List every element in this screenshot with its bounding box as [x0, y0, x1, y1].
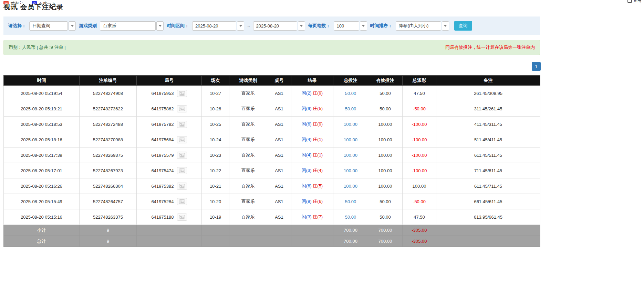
search-button[interactable]: 查询	[454, 21, 472, 31]
cell-table-id: AS1	[267, 209, 291, 225]
table-header-row: 时间注单编号局号场次游戏类别桌号结果总投注有效投注总派彩备注	[4, 76, 540, 86]
cell-session: 10-23	[202, 148, 229, 163]
game-type-combobox	[100, 21, 164, 31]
cell-game-type: 百家乐	[229, 178, 267, 194]
page-size-input[interactable]	[334, 21, 359, 31]
query-type-dropdown-button[interactable]	[69, 21, 76, 31]
cell-table-id: AS1	[267, 117, 291, 132]
cell-bet-id: 522748273622	[80, 101, 137, 117]
result-player: 闲(4)	[302, 137, 312, 142]
cell-total-bet: 100.00	[333, 163, 368, 178]
cell-session: 10-21	[202, 178, 229, 194]
cell-total-bet: 100.00	[333, 178, 368, 194]
replay-icon[interactable]	[177, 183, 187, 190]
cell-result: 闲(3) 庄(7)	[291, 209, 333, 225]
result-player: 闲(4)	[302, 152, 312, 157]
total-bet-link[interactable]: 100.00	[344, 184, 357, 189]
cell-remark: 411.45/311.45	[436, 117, 540, 132]
page-title: 视讯 会员下注纪录	[3, 4, 641, 12]
cell-time: 2025-08-20 05:19:54	[4, 86, 80, 101]
date-to-dropdown-button[interactable]	[298, 21, 305, 31]
summary-notice-text: 同局有效投注，统一计算在该局第一张注单内	[445, 44, 535, 51]
query-type-input[interactable]	[29, 21, 68, 31]
column-header: 总投注	[333, 76, 368, 86]
table-row: 2025-08-20 05:19:54522748274908641975953…	[4, 86, 540, 101]
cell-payout: -50.00	[403, 194, 436, 209]
replay-icon[interactable]	[177, 214, 187, 221]
bookmark-label: 百度一下	[39, 1, 55, 4]
table-row: 2025-08-20 05:17:39522748269375641975579…	[4, 148, 540, 163]
total-bet-link[interactable]: 100.00	[344, 137, 357, 142]
replay-icon[interactable]	[177, 121, 187, 128]
game-type-dropdown-button[interactable]	[156, 21, 164, 31]
game-type-input[interactable]	[100, 21, 156, 31]
cell-payout: -50.00	[403, 101, 436, 117]
cell-game-type: 百家乐	[229, 148, 267, 163]
total-bet-link[interactable]: 100.00	[344, 122, 357, 127]
cell-total-bet: 50.00	[333, 101, 368, 117]
chevron-down-icon	[444, 25, 447, 27]
column-header: 结果	[291, 76, 333, 86]
column-header: 局号	[137, 76, 202, 86]
total-bet-link[interactable]: 50.00	[345, 91, 356, 96]
sort-dropdown-button[interactable]	[442, 21, 449, 31]
result-player: 闲(9)	[302, 106, 312, 111]
cell-payout: -100.00	[403, 163, 436, 178]
result-banker: 庄(6)	[313, 199, 323, 204]
replay-icon[interactable]	[177, 152, 187, 159]
column-header: 游戏类别	[229, 76, 267, 86]
replay-icon[interactable]	[177, 90, 187, 97]
date-separator: ~	[247, 23, 250, 29]
result-banker: 庄(5)	[313, 106, 323, 111]
cell-time: 2025-08-20 05:17:39	[4, 148, 80, 163]
cell-valid-bet: 50.00	[368, 194, 403, 209]
replay-icon[interactable]	[177, 105, 187, 112]
taobao-icon: 淘	[3, 1, 9, 4]
replay-icon[interactable]	[177, 198, 187, 205]
replay-icon[interactable]	[177, 136, 187, 143]
cell-result: 闲(3) 庄(4)	[291, 163, 333, 178]
sort-combobox	[396, 21, 449, 31]
cell-bet-id: 522748270988	[80, 132, 137, 148]
column-header: 时间	[4, 76, 80, 86]
cell-valid-bet: 100.00	[368, 163, 403, 178]
cell-valid-bet: 50.00	[368, 86, 403, 101]
cell-table-id: AS1	[267, 101, 291, 117]
cell-payout: 47.50	[403, 209, 436, 225]
summary-valid-bet: 700.00	[368, 225, 403, 236]
select-label: 请选择：	[8, 23, 26, 29]
chevron-down-icon	[362, 25, 365, 27]
result-banker: 庄(9)	[313, 121, 323, 127]
bookmarks-all-button[interactable]: 所有	[627, 0, 642, 4]
date-from-dropdown-button[interactable]	[237, 21, 244, 31]
cell-payout: -100.00	[403, 132, 436, 148]
page-size-dropdown-button[interactable]	[360, 21, 367, 31]
total-bet-link[interactable]: 100.00	[344, 168, 357, 173]
replay-icon[interactable]	[177, 167, 187, 174]
table-row: 2025-08-20 05:18:53522748272488641975782…	[4, 117, 540, 132]
total-bet-link[interactable]: 50.00	[345, 215, 356, 220]
cell-result: 闲(6) 庄(9)	[291, 117, 333, 132]
date-to-picker	[253, 21, 305, 31]
column-header: 有效投注	[368, 76, 403, 86]
chevron-down-icon	[300, 25, 303, 27]
total-bet-link[interactable]: 50.00	[345, 106, 356, 111]
page-1-button[interactable]: 1	[532, 62, 541, 71]
cell-valid-bet: 100.00	[368, 148, 403, 163]
date-to-input[interactable]	[253, 21, 297, 31]
cell-bet-id: 522748272488	[80, 117, 137, 132]
cell-time: 2025-08-20 05:18:16	[4, 132, 80, 148]
bookmark-baidu[interactable]: 百 百度一下	[32, 0, 55, 4]
total-bet-link[interactable]: 100.00	[344, 153, 357, 158]
game-type-label: 游戏类别	[79, 23, 97, 29]
sort-input[interactable]	[396, 21, 441, 31]
total-bet-link[interactable]: 50.00	[345, 199, 356, 204]
cell-total-bet: 50.00	[333, 209, 368, 225]
cell-remark: 311.45/261.45	[436, 101, 540, 117]
bookmark-aitaobao[interactable]: 淘 爱淘宝	[3, 0, 23, 4]
cell-table-id: AS1	[267, 178, 291, 194]
bookmarks-all-label: 所有	[634, 0, 642, 3]
date-from-input[interactable]	[192, 21, 236, 31]
cell-result: 闲(9) 庄(5)	[291, 101, 333, 117]
cell-session: 10-26	[202, 101, 229, 117]
